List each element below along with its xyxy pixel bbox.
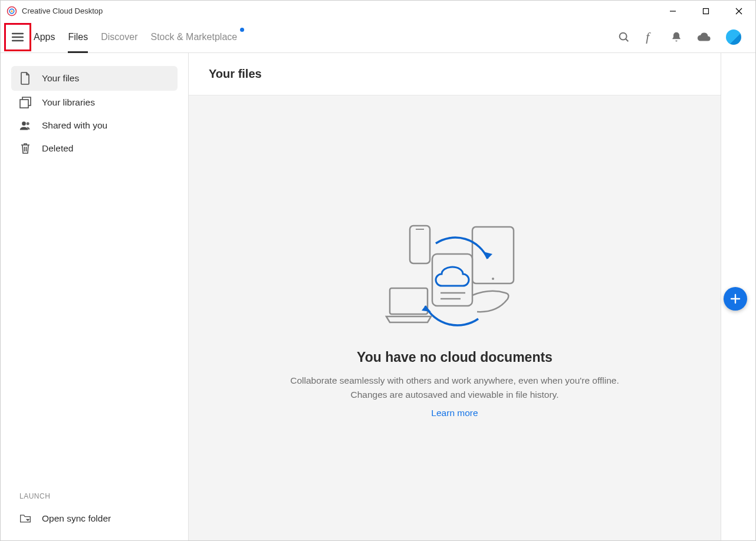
tab-discover[interactable]: Discover <box>101 22 137 52</box>
tab-stock-label: Stock & Marketplace <box>150 32 237 42</box>
notification-dot-icon <box>240 28 244 32</box>
cloud-icon[interactable] <box>696 32 712 42</box>
sidebar-item-label: Your files <box>42 73 79 84</box>
search-icon[interactable] <box>617 31 630 44</box>
libraries-icon <box>19 97 31 108</box>
sidebar-section-launch: LAUNCH <box>19 492 178 500</box>
plus-icon <box>730 293 741 304</box>
svg-point-2 <box>11 10 13 12</box>
title-bar: Creative Cloud Desktop <box>1 1 755 22</box>
svg-point-14 <box>22 121 26 126</box>
svg-rect-20 <box>410 226 430 263</box>
window-controls <box>656 1 755 22</box>
sidebar: Your files Your libraries Shared with yo… <box>1 53 188 540</box>
folder-sync-icon <box>19 513 31 524</box>
tab-apps[interactable]: Apps <box>34 22 55 52</box>
trash-icon <box>19 143 31 154</box>
tab-files-label: Files <box>68 32 88 42</box>
sidebar-item-label: Deleted <box>42 143 73 154</box>
main-header: Your files <box>189 53 721 95</box>
empty-state-description: Collaborate seamlessly with others and w… <box>278 374 632 402</box>
maximize-button[interactable] <box>689 1 722 22</box>
close-button[interactable] <box>722 1 755 22</box>
svg-rect-13 <box>20 100 28 108</box>
sidebar-item-label: Your libraries <box>42 97 95 108</box>
svg-rect-22 <box>390 288 428 314</box>
svg-text:f: f <box>646 31 651 44</box>
svg-point-15 <box>27 122 29 125</box>
window-title: Creative Cloud Desktop <box>22 6 103 15</box>
sidebar-item-label: Shared with you <box>42 120 107 131</box>
sidebar-item-open-sync-folder[interactable]: Open sync folder <box>11 507 178 530</box>
file-icon <box>19 72 31 85</box>
svg-rect-18 <box>472 227 514 283</box>
svg-rect-4 <box>704 9 709 14</box>
tab-files[interactable]: Files <box>68 22 88 52</box>
sidebar-item-label: Open sync folder <box>42 513 111 524</box>
empty-illustration-icon <box>278 217 632 335</box>
tab-apps-label: Apps <box>34 32 55 42</box>
fonts-icon[interactable]: f <box>645 31 656 44</box>
sidebar-item-your-libraries[interactable]: Your libraries <box>11 91 178 114</box>
add-fab-button[interactable] <box>724 287 747 311</box>
sidebar-item-your-files[interactable]: Your files <box>11 66 178 91</box>
main-panel: Your files <box>188 53 721 540</box>
notifications-icon[interactable] <box>670 31 682 44</box>
svg-marker-26 <box>483 252 492 259</box>
learn-more-link[interactable]: Learn more <box>278 408 632 418</box>
sidebar-item-deleted[interactable]: Deleted <box>11 137 178 160</box>
svg-point-10 <box>620 33 627 40</box>
empty-state-title: You have no cloud documents <box>278 349 632 365</box>
app-logo-icon <box>6 6 17 17</box>
minimize-button[interactable] <box>656 1 689 22</box>
tab-stock-marketplace[interactable]: Stock & Marketplace <box>150 22 237 52</box>
svg-point-19 <box>492 278 494 280</box>
top-nav: Apps Files Discover Stock & Marketplace … <box>1 22 755 53</box>
tab-discover-label: Discover <box>101 32 137 42</box>
svg-line-11 <box>626 39 628 41</box>
empty-state: You have no cloud documents Collaborate … <box>278 217 632 418</box>
hamburger-highlight <box>4 23 31 51</box>
main-content: You have no cloud documents Collaborate … <box>189 95 721 540</box>
hamburger-menu-icon[interactable] <box>12 32 24 42</box>
avatar[interactable] <box>726 29 741 45</box>
sidebar-item-shared[interactable]: Shared with you <box>11 114 178 137</box>
people-icon <box>19 120 31 131</box>
